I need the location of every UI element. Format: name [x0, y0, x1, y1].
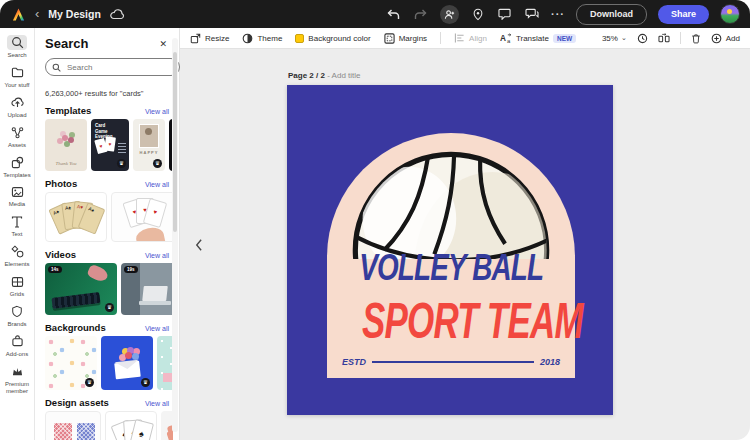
premium-badge-icon: ♛ [105, 303, 114, 312]
new-badge: NEW [553, 34, 576, 43]
assets-nodes-icon [7, 125, 27, 140]
background-thumb-envelope[interactable]: ♛ [101, 336, 153, 390]
template-thumb-happy[interactable]: HAPPY ♛ [133, 119, 165, 171]
more-options-icon[interactable]: ··· [551, 8, 565, 20]
search-input[interactable] [65, 62, 159, 73]
search-panel: Search ✕ 6,263,000+ results for "cards" … [35, 28, 180, 440]
search-input-icon [52, 63, 61, 72]
background-color-button[interactable]: Background color [295, 34, 370, 43]
background-thumb-pattern[interactable]: ♛ [45, 336, 97, 390]
elements-shapes-icon [7, 244, 27, 259]
photo-thumb-hand-cards[interactable]: ♥ ♥ ♥ [111, 192, 173, 242]
add-ons-box-icon [7, 334, 27, 349]
svg-text:A: A [500, 33, 506, 42]
add-collaborator-button[interactable] [440, 5, 459, 24]
photo-thumb-aces[interactable]: A♠ A♠ A♥ A♠ [45, 192, 107, 242]
close-icon[interactable]: ✕ [157, 37, 169, 51]
panel-scrollbar-thumb[interactable] [173, 52, 177, 232]
translate-button[interactable]: Aa Translate NEW [500, 33, 576, 44]
page-indicator: Page 2 / 2 [288, 71, 325, 80]
history-button[interactable] [637, 33, 648, 44]
design-title-line1[interactable]: VOLLEY BALL [327, 246, 575, 285]
premium-badge-icon: ♛ [85, 378, 94, 387]
download-button[interactable]: Download [576, 4, 647, 25]
flowers-art [62, 135, 68, 141]
estd-year: 2018 [540, 357, 560, 367]
design-estd-row[interactable]: ESTD 2018 [327, 357, 575, 367]
margins-button[interactable]: Margins [384, 33, 427, 44]
sidebar-item-assets[interactable]: Assets [0, 123, 34, 152]
comment-icon[interactable] [497, 6, 513, 22]
sidebar-item-upload[interactable]: Upload [0, 93, 34, 122]
media-image-icon [7, 184, 27, 199]
background-color-swatch [295, 34, 304, 43]
align-button[interactable]: Align [454, 33, 487, 43]
reorder-pages-icon [658, 33, 670, 44]
video-thumb-card-spread[interactable]: 14s ♛ [45, 263, 117, 315]
canvas-toolbar: Resize Theme Background color Margins [180, 28, 750, 49]
share-button[interactable]: Share [658, 5, 709, 24]
cloud-sync-icon[interactable] [110, 6, 126, 22]
adobe-express-logo-icon[interactable] [10, 6, 26, 22]
video-thumb-laptop[interactable]: 19s [121, 263, 173, 315]
panel-scrollbar[interactable] [172, 38, 178, 432]
top-bar: ‹ My Design ··· [0, 0, 750, 28]
sidebar-item-grids[interactable]: Grids [0, 272, 34, 301]
view-all-templates-link[interactable]: View all [145, 108, 169, 115]
margins-icon [384, 33, 395, 44]
theme-button[interactable]: Theme [242, 33, 282, 44]
view-all-videos-link[interactable]: View all [145, 252, 169, 259]
sidebar-item-search[interactable]: Search [0, 33, 34, 62]
previous-page-button[interactable] [190, 235, 206, 255]
sidebar-item-templates[interactable]: Templates [0, 153, 34, 182]
background-thumb-winter[interactable] [157, 336, 173, 390]
sidebar-item-brands[interactable]: Brands [0, 302, 34, 331]
search-input-container[interactable] [45, 58, 180, 76]
app-window: ‹ My Design ··· [0, 0, 750, 440]
sidebar-item-premium-member[interactable]: Premium member [0, 362, 34, 398]
trash-icon [691, 33, 701, 44]
asset-thumb-card-backs[interactable]: ♛ [45, 411, 101, 440]
translate-icon: Aa [500, 33, 512, 44]
search-icon [7, 35, 27, 50]
view-all-backgrounds-link[interactable]: View all [145, 325, 169, 332]
svg-text:a: a [507, 38, 511, 44]
zoom-control[interactable]: 35% ⌄ [602, 34, 627, 43]
back-chevron-icon[interactable]: ‹ [35, 7, 39, 20]
sidebar-item-elements[interactable]: Elements [0, 242, 34, 271]
reorder-pages-button[interactable] [658, 33, 670, 44]
resize-button[interactable]: Resize [190, 33, 229, 44]
delete-page-button[interactable] [691, 33, 701, 44]
asset-thumb-card-fan[interactable]: ♠ ♠ ♠ [105, 411, 157, 440]
page-title-hint[interactable]: - Add title [327, 71, 360, 80]
feedback-chat-icon[interactable] [524, 6, 540, 22]
estd-label: ESTD [342, 357, 366, 367]
templates-shapes-icon [7, 155, 27, 170]
sidebar-item-add-ons[interactable]: Add-ons [0, 332, 34, 361]
premium-badge-icon: ♛ [141, 378, 150, 387]
design-title-line2[interactable]: SPORT TEAM [327, 292, 575, 346]
design-canvas[interactable]: VOLLEY BALL SPORT TEAM ESTD 2018 [287, 85, 613, 415]
template-thumb-card-game[interactable]: Card Game Evening ♥ ♥ ♛ [91, 119, 129, 171]
volleyball-image[interactable] [347, 146, 555, 259]
sidebar-item-your-stuff[interactable]: Your stuff [0, 63, 34, 92]
document-title[interactable]: My Design [48, 8, 101, 20]
brands-shield-icon [7, 304, 27, 319]
view-all-photos-link[interactable]: View all [145, 181, 169, 188]
template-thumb-thank-you[interactable]: Thank You [45, 119, 87, 171]
sidebar-item-text[interactable]: Text [0, 212, 34, 241]
page-label[interactable]: Page 2 / 2 - Add title [288, 71, 361, 80]
sidebar-item-media[interactable]: Media [0, 182, 34, 211]
add-page-button[interactable]: Add [711, 33, 740, 44]
section-videos: Videos View all 14s ♛ 19s [45, 249, 173, 315]
user-avatar[interactable] [720, 4, 740, 24]
canvas-area: Page 2 / 2 - Add title [180, 49, 750, 440]
design-arch[interactable]: VOLLEY BALL SPORT TEAM ESTD 2018 [327, 133, 575, 378]
undo-icon[interactable] [386, 6, 402, 22]
section-photos: Photos View all A♠ A♠ A♥ A♠ ♥ ♥ ♥ [45, 178, 173, 242]
redo-icon[interactable] [413, 6, 429, 22]
location-pin-icon[interactable] [470, 6, 486, 22]
resize-icon [190, 33, 201, 44]
view-all-design-assets-link[interactable]: View all [145, 400, 169, 407]
workspace: Resize Theme Background color Margins [180, 28, 750, 440]
